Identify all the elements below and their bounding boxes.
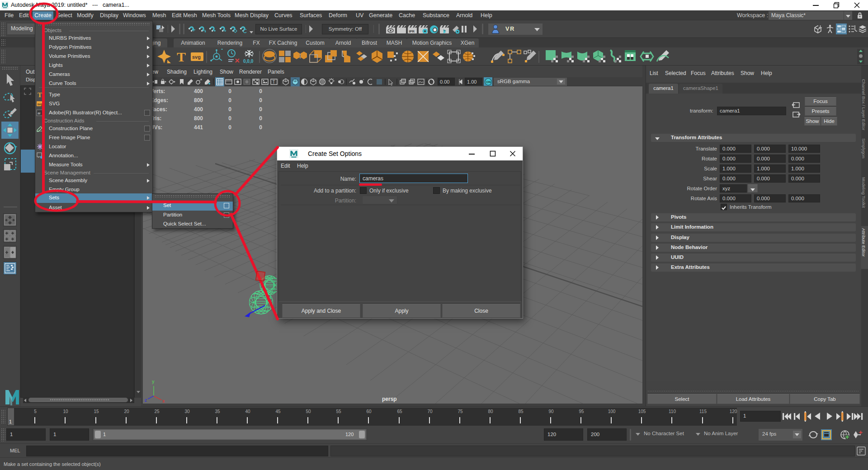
svg-text:IPR: IPR [409, 29, 415, 33]
svg-text:x: x [162, 399, 165, 404]
svg-text:svg: svg [38, 103, 42, 106]
svg-text:T: T [177, 49, 186, 64]
svg-text:persp: persp [382, 396, 397, 402]
svg-text:T: T [38, 91, 42, 99]
svg-text:0,0,0: 0,0,0 [243, 59, 254, 64]
svg-text:z: z [145, 398, 147, 403]
svg-text:svg: svg [192, 54, 201, 60]
svg-text:ai: ai [38, 111, 40, 115]
svg-text:T: T [273, 80, 275, 85]
svg-text:y: y [152, 379, 155, 384]
svg-text:ON: ON [486, 80, 491, 84]
